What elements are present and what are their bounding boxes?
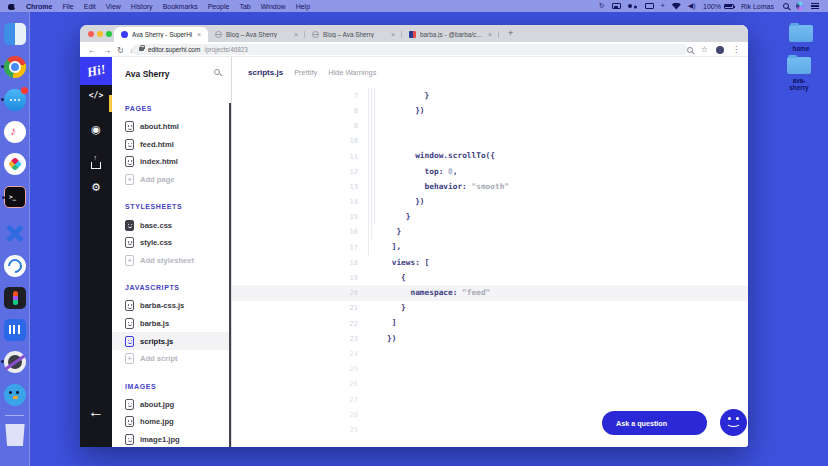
file-row[interactable]: home.jpg [112, 413, 231, 431]
menu-item-view[interactable]: View [106, 3, 121, 10]
code-icon[interactable]: </> [80, 91, 112, 100]
file-row[interactable]: style.css [112, 234, 231, 252]
desktop-folder[interactable]: ava-sherry [784, 57, 814, 91]
code-line[interactable]: 24 [232, 346, 748, 361]
file-row[interactable]: base.css [112, 216, 231, 234]
music-dock-icon[interactable] [4, 121, 26, 143]
code-line[interactable]: 15 } [232, 210, 748, 225]
new-tab-button[interactable]: + [508, 28, 513, 38]
add-file-row[interactable]: +Add script [112, 350, 231, 368]
menu-item-tab[interactable]: Tab [239, 3, 250, 10]
code-line[interactable]: 25 [232, 361, 748, 376]
menubar-user-name[interactable]: Rik Lomas [741, 3, 774, 10]
window-zoom-button[interactable] [106, 31, 112, 37]
tab-close-icon[interactable]: × [488, 31, 492, 38]
code-line[interactable]: 11 window.scrollTo({ [232, 149, 748, 164]
browser-menu-icon[interactable]: ⋮ [732, 45, 740, 54]
volume-icon[interactable]: ◀) [688, 2, 696, 10]
display-icon[interactable] [645, 3, 654, 9]
twitter-bird-dock-icon[interactable] [4, 384, 26, 406]
file-row[interactable]: image1.jpg [112, 431, 231, 447]
chrome-dock-icon[interactable] [4, 56, 26, 78]
siri-icon[interactable] [796, 2, 804, 10]
code-line[interactable]: 16 } [232, 225, 748, 240]
browser-forward-icon[interactable]: → [103, 45, 112, 55]
address-bar[interactable]: editor.superhi.com/projects/46823 [132, 44, 688, 55]
menu-item-chrome[interactable]: Chrome [26, 3, 52, 10]
superhi-logo[interactable]: Hi! [80, 57, 112, 85]
prettify-button[interactable]: Prettify [294, 68, 317, 77]
menu-item-help[interactable]: Help [296, 3, 310, 10]
browser-tab[interactable]: Blog – Ava Sherry× [208, 27, 305, 42]
screen-mirroring-icon[interactable] [612, 3, 621, 9]
file-row[interactable]: barba-css.js [112, 297, 231, 315]
tab-close-icon[interactable]: × [197, 31, 201, 38]
code-x-dock-icon[interactable] [4, 222, 26, 244]
file-row[interactable]: feed.html [112, 136, 231, 154]
file-search-icon[interactable] [214, 69, 220, 75]
menu-item-bookmarks[interactable]: Bookmarks [163, 3, 198, 10]
desktop-folder[interactable]: home [786, 25, 816, 52]
code-line[interactable]: 14 }) [232, 194, 748, 209]
code-line[interactable]: 9 [232, 118, 748, 133]
code-line[interactable]: 19 { [232, 270, 748, 285]
file-row[interactable]: index.html [112, 153, 231, 171]
publish-icon[interactable] [80, 155, 112, 165]
file-row[interactable]: about.html [112, 118, 231, 136]
browser-tab[interactable]: Ava Sherry - SuperHi× [114, 27, 208, 42]
trash-dock-icon[interactable] [4, 424, 26, 446]
intercom-dock-icon[interactable] [4, 319, 26, 341]
finder-dock-icon[interactable] [4, 23, 26, 45]
code-line[interactable]: 12 top: 0, [232, 164, 748, 179]
code-line[interactable]: 18 views: [ [232, 255, 748, 270]
smiley-icon[interactable] [720, 409, 747, 436]
menu-item-people[interactable]: People [208, 3, 230, 10]
bookmark-star-icon[interactable]: ☆ [701, 45, 708, 54]
add-file-row[interactable]: +Add stylesheet [112, 252, 231, 270]
code-line[interactable]: 22 ] [232, 316, 748, 331]
preview-icon[interactable]: ◉ [80, 123, 112, 136]
browser-reload-icon[interactable]: ↻ [117, 45, 124, 55]
menu-item-history[interactable]: History [131, 3, 153, 10]
code-line[interactable]: 13 behavior: "smooth" [232, 179, 748, 194]
browser-tab[interactable]: Blog – Ava Sherry× [305, 27, 402, 42]
user-switch-icon[interactable] [628, 3, 638, 10]
add-file-row[interactable]: +Add page [112, 171, 231, 189]
menu-item-file[interactable]: File [62, 3, 73, 10]
tab-close-icon[interactable]: × [391, 31, 395, 38]
profile-avatar[interactable] [716, 46, 724, 54]
battery-icon[interactable] [724, 4, 734, 9]
refresh-icon[interactable]: ↻ [599, 2, 605, 10]
code-editor[interactable]: 7 }8 })91011 window.scrollTo({12 top: 0,… [232, 88, 748, 447]
menu-icon[interactable] [811, 3, 819, 9]
plus-icon[interactable]: + [661, 2, 665, 10]
code-line[interactable]: 10 [232, 134, 748, 149]
figma-dock-icon[interactable] [4, 287, 26, 309]
slack-dock-icon[interactable] [4, 153, 26, 175]
window-close-button[interactable] [88, 31, 94, 37]
code-line[interactable]: 23}) [232, 331, 748, 346]
code-line[interactable]: 7 } [232, 88, 748, 103]
search-icon[interactable] [687, 47, 693, 53]
code-line[interactable]: 27 [232, 392, 748, 407]
quicktime-dock-icon[interactable] [4, 351, 26, 373]
menu-item-window[interactable]: Window [261, 3, 286, 10]
terminal-dock-icon[interactable] [4, 186, 26, 208]
code-line[interactable]: 26 [232, 377, 748, 392]
browser-back-icon[interactable]: ← [88, 45, 97, 55]
code-line[interactable]: 20 namespace: "feed" [232, 285, 748, 300]
settings-icon[interactable]: ⚙ [80, 181, 112, 194]
ask-question-button[interactable]: Ask a question [602, 411, 707, 435]
menu-item-edit[interactable]: Edit [84, 3, 96, 10]
tab-close-icon[interactable]: × [294, 31, 298, 38]
code-line[interactable]: 8 }) [232, 103, 748, 118]
apple-logo-icon[interactable] [8, 2, 15, 10]
file-row[interactable]: barba.js [112, 315, 231, 333]
back-arrow-icon[interactable]: ← [80, 403, 112, 421]
messages-dock-icon[interactable] [4, 89, 26, 111]
code-line[interactable]: 17 ], [232, 240, 748, 255]
code-line[interactable]: 21 } [232, 301, 748, 316]
window-minimize-button[interactable] [97, 31, 103, 37]
hide-warnings-button[interactable]: Hide Warnings [328, 68, 376, 77]
file-row[interactable]: scripts.js [112, 332, 231, 350]
